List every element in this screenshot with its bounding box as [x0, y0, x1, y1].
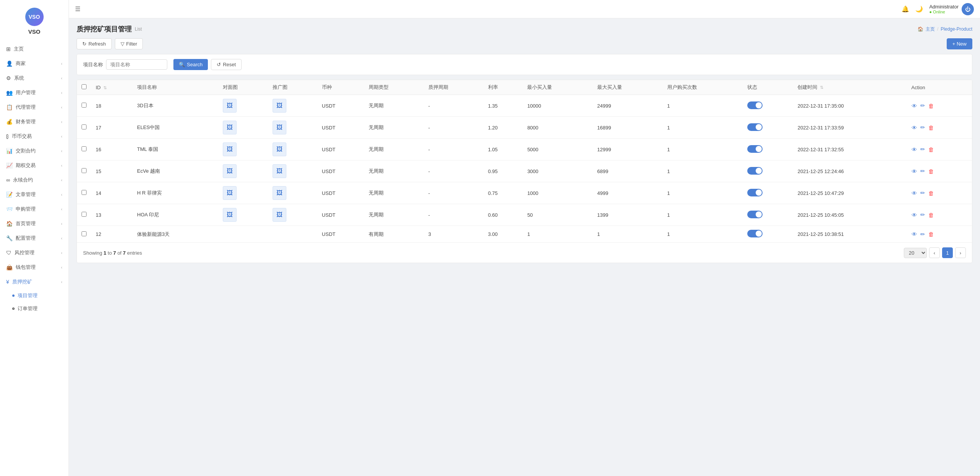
cover-thumb-13: 🖼 [223, 208, 237, 222]
edit-icon-12[interactable]: ✏ [920, 231, 925, 238]
view-icon-13[interactable]: 👁 [911, 212, 917, 218]
cell-status-13 [743, 204, 793, 226]
sort-icon-id[interactable]: ⇅ [103, 85, 107, 90]
nav-icon-system: ⚙ [6, 75, 11, 81]
edit-icon-16[interactable]: ✏ [920, 146, 925, 153]
sidebar-item-homepage-mgmt[interactable]: 🏠 首页管理 ‹ [0, 216, 69, 231]
search-button[interactable]: 🔍 Search [173, 59, 208, 70]
cell-promo-12 [268, 226, 317, 243]
edit-icon-15[interactable]: ✏ [920, 168, 925, 175]
nav-icon-home: ⊞ [6, 46, 11, 52]
filter-button[interactable]: ▽ Filter [115, 38, 143, 49]
edit-icon-17[interactable]: ✏ [920, 124, 925, 131]
delete-icon-14[interactable]: 🗑 [928, 190, 934, 196]
next-page-button[interactable]: › [955, 247, 966, 258]
sidebar-item-wallet-mgmt[interactable]: 👜 钱包管理 ‹ [0, 260, 69, 275]
delete-icon-18[interactable]: 🗑 [928, 103, 934, 109]
col-user-buy-count: 用户购买次数 [663, 80, 743, 95]
row-checkbox-12[interactable] [82, 231, 87, 236]
view-icon-16[interactable]: 👁 [911, 146, 917, 153]
status-toggle-12[interactable] [747, 230, 763, 237]
sidebar-item-coin-trade[interactable]: ₿ 币币交易 ‹ [0, 129, 69, 144]
status-toggle-17[interactable] [747, 123, 763, 131]
new-button[interactable]: + New [947, 38, 972, 49]
action-icons-17: 👁 ✏ 🗑 [911, 124, 967, 131]
page-1-button[interactable]: 1 [942, 247, 953, 258]
sidebar-item-pledge-mining[interactable]: ¥ 质押挖矿 ‹ [0, 275, 69, 289]
sidebar-item-user-mgmt[interactable]: 👥 用户管理 ‹ [0, 85, 69, 100]
status-toggle-14[interactable] [747, 189, 763, 196]
delete-icon-16[interactable]: 🗑 [928, 146, 934, 153]
view-icon-15[interactable]: 👁 [911, 168, 917, 175]
table-head: ID ⇅ 项目名称 对面图 推广图 币种 周期类型 质押周期 利率 最小买入量 … [77, 80, 972, 95]
delete-icon-15[interactable]: 🗑 [928, 168, 934, 175]
nav-label-config-mgmt: 配置管理 [16, 235, 36, 242]
table-row: 17 ELES中国 🖼 🖼 USDT 无周期 - 1.20 8000 16899… [77, 117, 972, 139]
nav-label-wallet-mgmt: 钱包管理 [16, 264, 36, 271]
cell-rate-14: 0.75 [483, 182, 523, 204]
action-icons-12: 👁 ✏ 🗑 [911, 231, 967, 238]
view-icon-14[interactable]: 👁 [911, 190, 917, 196]
sidebar-subitem-project-mgmt[interactable]: 项目管理 [0, 289, 69, 302]
cell-rate-16: 1.05 [483, 139, 523, 160]
sidebar-item-merchant[interactable]: 👤 商家 ‹ [0, 56, 69, 71]
page-size-select[interactable]: 20 10 50 100 [904, 248, 927, 258]
breadcrumb-home-link[interactable]: 主页 [926, 26, 935, 33]
delete-icon-13[interactable]: 🗑 [928, 212, 934, 218]
delete-icon-17[interactable]: 🗑 [928, 124, 934, 131]
sidebar-item-options-trade[interactable]: 📈 期权交易 ‹ [0, 158, 69, 173]
sidebar-item-agent-mgmt[interactable]: 📋 代理管理 ‹ [0, 100, 69, 115]
promo-thumb-15: 🖼 [273, 164, 286, 178]
sort-icon-created[interactable]: ⇅ [820, 85, 823, 90]
edit-icon-13[interactable]: ✏ [920, 211, 925, 218]
cell-min-buy-13: 50 [523, 204, 593, 226]
cell-coin-16: USDT [317, 139, 364, 160]
edit-icon-18[interactable]: ✏ [920, 102, 925, 109]
user-avatar[interactable]: ⏻ [962, 3, 974, 15]
status-toggle-15[interactable] [747, 167, 763, 175]
sidebar-item-finance-mgmt[interactable]: 💰 财务管理 ‹ [0, 115, 69, 129]
cell-cycle-type-14: 无周期 [364, 182, 424, 204]
sidebar-item-config-mgmt[interactable]: 🔧 配置管理 ‹ [0, 231, 69, 245]
row-checkbox-17[interactable] [82, 124, 87, 129]
edit-icon-14[interactable]: ✏ [920, 190, 925, 196]
sidebar-item-home[interactable]: ⊞ 主页 [0, 42, 69, 56]
view-icon-12[interactable]: 👁 [911, 231, 917, 237]
row-checkbox-15[interactable] [82, 168, 87, 173]
view-icon-17[interactable]: 👁 [911, 124, 917, 131]
row-checkbox-18[interactable] [82, 103, 87, 108]
table-body: 18 3D日本 🖼 🖼 USDT 无周期 - 1.35 10000 24999 … [77, 95, 972, 243]
status-toggle-13[interactable] [747, 211, 763, 218]
sidebar-item-system[interactable]: ⚙ 系统 ‹ [0, 71, 69, 85]
select-all-checkbox[interactable] [82, 84, 87, 89]
cell-created-at-15: 2021-12-25 12:24:46 [793, 160, 906, 182]
sidebar-item-perpetual[interactable]: ∞ 永续合约 ‹ [0, 173, 69, 187]
view-icon-18[interactable]: 👁 [911, 103, 917, 109]
row-checkbox-16[interactable] [82, 146, 87, 151]
delete-icon-12[interactable]: 🗑 [928, 231, 934, 237]
reset-button[interactable]: ↺ Reset [211, 59, 242, 70]
sidebar-item-article-mgmt[interactable]: 📝 文章管理 ‹ [0, 187, 69, 202]
status-toggle-16[interactable] [747, 145, 763, 153]
project-name-input[interactable] [106, 59, 167, 70]
menu-icon[interactable]: ☰ [75, 5, 80, 13]
nav-arrow-subscription: ‹ [61, 207, 62, 211]
sidebar: VSO VSO ⊞ 主页 👤 商家 ‹ ⚙ 系统 ‹ 👥 用户管理 [0, 0, 69, 476]
breadcrumb-current-link[interactable]: Pledge-Product [941, 26, 972, 32]
search-field: 项目名称 [83, 59, 167, 70]
refresh-button[interactable]: ↻ Refresh [77, 38, 112, 49]
sidebar-item-subscription[interactable]: 📨 申购管理 ‹ [0, 202, 69, 216]
table-row: 15 EcVe 越南 🖼 🖼 USDT 无周期 - 0.95 3000 6899… [77, 160, 972, 182]
row-checkbox-14[interactable] [82, 190, 87, 195]
col-created-at: 创建时间 ⇅ [793, 80, 906, 95]
sidebar-item-contract-trade[interactable]: 📊 交割合约 ‹ [0, 144, 69, 158]
row-checkbox-13[interactable] [82, 212, 87, 217]
theme-icon[interactable]: 🌙 [915, 5, 923, 13]
cell-cover-12 [218, 226, 268, 243]
notification-icon[interactable]: 🔔 [902, 5, 909, 13]
prev-page-button[interactable]: ‹ [929, 247, 940, 258]
logo-name: VSO [28, 28, 41, 35]
sidebar-subitem-order-mgmt[interactable]: 订单管理 [0, 302, 69, 315]
status-toggle-18[interactable] [747, 101, 763, 109]
sidebar-item-risk-mgmt[interactable]: 🛡 风控管理 ‹ [0, 245, 69, 260]
